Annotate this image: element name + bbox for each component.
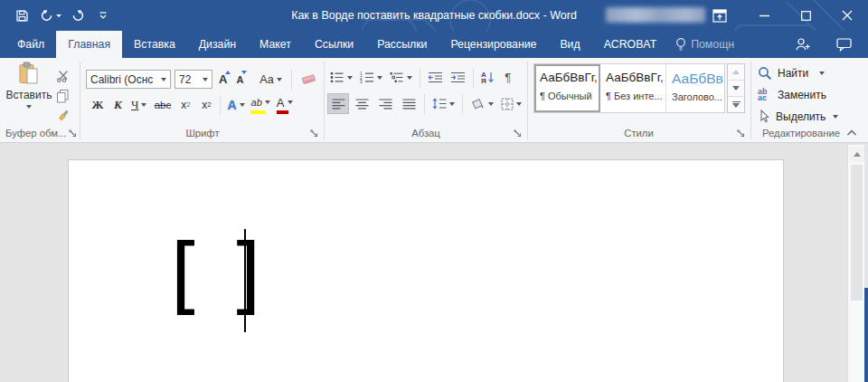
comments-button[interactable] <box>830 34 857 54</box>
borders-button[interactable] <box>498 93 524 114</box>
tab-review[interactable]: Рецензирование <box>439 31 548 58</box>
style-card-no-spacing[interactable]: АаБбВвГг, ¶ Без инте... <box>600 64 666 112</box>
multilevel-list-button[interactable] <box>387 67 415 88</box>
style-card-heading1[interactable]: АаБбВвГг Заголово... <box>666 64 724 112</box>
styles-dialog-launcher[interactable] <box>736 129 746 138</box>
font-group-label: Шрифт <box>87 128 318 138</box>
tab-insert[interactable]: Вставка <box>122 31 187 58</box>
undo-button[interactable] <box>38 7 63 24</box>
bold-button[interactable]: Ж <box>88 94 108 115</box>
style-name: ¶ Без инте... <box>606 91 662 101</box>
superscript-button[interactable]: x2 <box>196 94 216 115</box>
sort-button[interactable]: А Я <box>478 67 497 88</box>
font-size-caret-icon <box>203 78 208 81</box>
show-formatting-marks-button[interactable]: ¶ <box>499 67 517 88</box>
text-effects-button[interactable]: А <box>224 94 247 115</box>
cut-button[interactable] <box>53 65 73 86</box>
change-case-button[interactable]: Аа <box>257 69 284 90</box>
text-cursor <box>244 229 246 332</box>
tab-home[interactable]: Главная <box>56 31 122 58</box>
bullets-button[interactable] <box>327 67 355 88</box>
redacted-account-name <box>606 7 705 23</box>
clipboard-dialog-launcher[interactable] <box>68 129 78 138</box>
maximize-icon <box>801 11 811 21</box>
paragraph-dialog-launcher[interactable] <box>513 129 523 138</box>
font-name-combo[interactable]: Calibri (Оснс <box>86 70 171 89</box>
justify-icon <box>402 99 416 110</box>
vertical-scrollbar[interactable] <box>847 145 864 382</box>
shading-button[interactable] <box>467 93 496 114</box>
maximize-button[interactable] <box>790 4 821 27</box>
chevron-up-icon <box>846 129 857 137</box>
tab-view[interactable]: Вид <box>548 31 591 58</box>
ribbon: Вставить Буфер обм... Calibri (Осн <box>0 58 868 143</box>
redo-button[interactable] <box>69 7 87 24</box>
select-label: Выделить <box>776 110 826 123</box>
clear-formatting-button[interactable] <box>298 69 319 90</box>
underline-button[interactable]: Ч <box>128 94 149 115</box>
underline-glyph: Ч <box>131 98 138 112</box>
font-name-caret-icon <box>161 78 166 81</box>
select-button[interactable]: Выделить <box>758 109 838 125</box>
lightbulb-icon <box>675 37 686 52</box>
align-left-button[interactable] <box>327 93 349 114</box>
highlight-button[interactable]: ab <box>249 94 273 115</box>
font-row-2: Ж К Ч abc x2 x2 А ab А <box>88 94 296 115</box>
paragraph-row-1: 123 <box>327 67 517 88</box>
collapse-ribbon-button[interactable] <box>846 129 857 137</box>
subscript-button[interactable]: x2 <box>175 94 195 115</box>
increase-indent-button[interactable] <box>448 67 468 88</box>
paste-button[interactable]: Вставить <box>3 61 55 124</box>
strikethrough-button[interactable]: abc <box>150 94 175 115</box>
line-spacing-button[interactable] <box>429 93 458 114</box>
bullets-caret-icon <box>347 76 353 80</box>
style-mark: , <box>594 71 598 84</box>
mini-separator <box>424 94 425 114</box>
ribbon-display-options-icon <box>712 9 727 23</box>
style-card-normal[interactable]: АаБбВвГг, ¶ Обычный <box>534 64 600 112</box>
justify-button[interactable] <box>398 93 420 114</box>
document-page[interactable]: [ ] <box>68 159 784 382</box>
tab-acrobat[interactable]: ACROBAT <box>592 31 669 58</box>
tab-mailings[interactable]: Рассылки <box>365 31 439 58</box>
decrease-indent-button[interactable] <box>425 67 446 88</box>
save-button[interactable] <box>13 7 31 24</box>
copy-button[interactable] <box>53 85 72 106</box>
tab-design[interactable]: Дизайн <box>187 31 248 58</box>
scrollbar-thumb[interactable] <box>851 165 863 301</box>
scrollbar-up-button[interactable] <box>849 147 864 162</box>
redo-icon <box>71 9 85 22</box>
paragraph-group-label: Абзац <box>329 128 523 138</box>
highlight-glyph: ab <box>251 97 262 108</box>
close-button[interactable] <box>832 4 863 27</box>
numbering-button[interactable]: 123 <box>357 67 385 88</box>
clipboard-group-label: Буфер обм... <box>5 128 69 138</box>
tab-file[interactable]: Файл <box>5 31 56 58</box>
mini-separator <box>220 95 221 115</box>
window-right-border <box>864 288 868 382</box>
customize-quick-access-button[interactable] <box>96 9 110 22</box>
italic-button[interactable]: К <box>108 94 127 115</box>
font-size-combo[interactable]: 72 <box>175 70 212 89</box>
styles-scroll-up-button[interactable] <box>728 64 744 81</box>
share-person-icon <box>795 37 811 52</box>
font-dialog-launcher[interactable] <box>309 129 319 138</box>
share-button[interactable] <box>790 34 816 54</box>
grow-font-button[interactable]: А <box>216 69 230 90</box>
font-color-button[interactable]: А <box>274 94 296 115</box>
format-painter-button[interactable] <box>53 105 73 126</box>
align-center-button[interactable] <box>351 93 373 114</box>
styles-gallery-more-button[interactable] <box>728 97 744 112</box>
minimize-button[interactable] <box>749 4 779 27</box>
shrink-font-button[interactable]: А <box>233 69 246 90</box>
tab-references[interactable]: Ссылки <box>303 31 365 58</box>
align-right-button[interactable] <box>374 93 396 114</box>
tab-layout[interactable]: Макет <box>248 31 303 58</box>
find-button[interactable]: Найти <box>758 65 838 81</box>
tab-tell-me[interactable]: Помощн <box>668 31 746 58</box>
ribbon-display-options-button[interactable] <box>709 6 731 24</box>
group-separator <box>324 62 325 139</box>
replace-button[interactable]: ab ac Заменить <box>758 87 838 103</box>
tab-tell-me-label: Помощн <box>691 31 734 58</box>
styles-scroll-down-button[interactable] <box>728 81 744 97</box>
